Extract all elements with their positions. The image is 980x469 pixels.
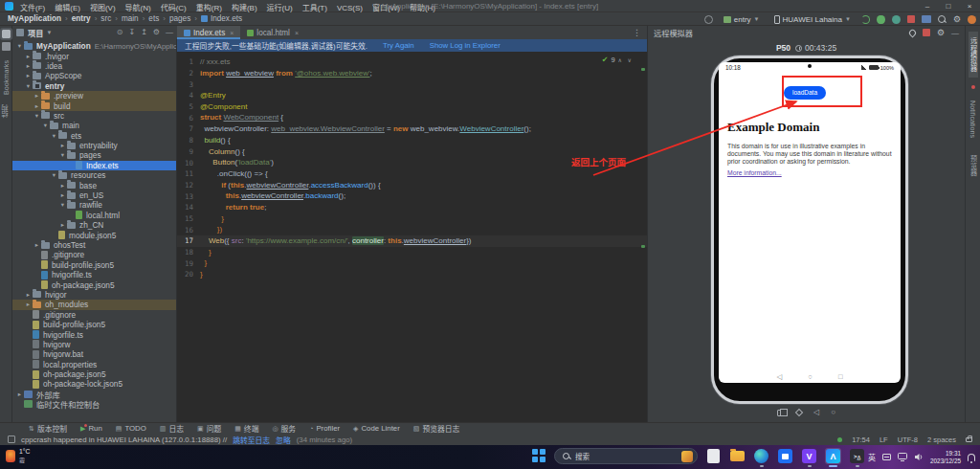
notification-bell-icon[interactable]	[968, 454, 975, 461]
close-button[interactable]: ×	[959, 0, 980, 12]
module-selector[interactable]: entry▼	[720, 14, 764, 25]
tray-overflow-chevron[interactable]: ∧	[857, 454, 861, 461]
bottom-bar-3[interactable]: ▥日志	[160, 423, 184, 434]
menu-item-7[interactable]: 运行(U)	[267, 4, 293, 12]
jump-to-log-link[interactable]: 跳转至日志	[233, 435, 270, 445]
tree-row[interactable]: ▾MyApplicationE:\HarmonyOS\MyApplication	[12, 41, 176, 51]
expand-all-icon[interactable]: ↧	[128, 28, 135, 37]
emulator-stop-button[interactable]	[923, 29, 930, 36]
taskbar-app-documents[interactable]	[705, 448, 722, 464]
ime-language-indicator[interactable]: 英	[868, 452, 876, 462]
tree-row[interactable]: .gitignore	[12, 310, 176, 320]
screenshot-icon[interactable]	[777, 410, 785, 416]
run-button[interactable]	[861, 15, 870, 24]
tree-row[interactable]: 临时文件和控制台	[12, 399, 176, 409]
tree-row[interactable]: Index.ets	[12, 161, 176, 170]
tree-row[interactable]: ▸.idea	[12, 61, 176, 71]
show-log-link[interactable]: Show Log in Explorer	[430, 41, 501, 50]
right-strip-tab-2[interactable]: 预览器	[969, 149, 978, 182]
breadcrumb-item[interactable]: main	[122, 14, 139, 23]
status-segment-0[interactable]: 17:54	[852, 436, 870, 444]
minimize-button[interactable]: –	[917, 0, 938, 12]
network-icon[interactable]	[898, 453, 907, 461]
webpage-link[interactable]: More information...	[727, 169, 782, 176]
tree-row[interactable]: ▸AppScope	[12, 71, 176, 80]
menu-item-8[interactable]: 工具(T)	[302, 4, 327, 12]
tree-chevron-icon[interactable]: ▾	[50, 171, 58, 179]
pin-icon[interactable]	[907, 28, 917, 37]
right-strip-tab-1[interactable]: Notifications	[969, 95, 977, 144]
tree-row[interactable]: build-profile.json5	[12, 320, 176, 329]
menu-item-1[interactable]: 编辑(E)	[55, 4, 80, 12]
tree-chevron-icon[interactable]: ▸	[33, 92, 41, 100]
bottom-bar-4[interactable]: ▣问题	[197, 423, 221, 434]
structure-toolwindow-tab[interactable]: 结构	[1, 104, 11, 118]
right-strip-tab-0[interactable]: 远程模拟器	[969, 32, 978, 78]
tree-chevron-icon[interactable]: ▸	[24, 53, 33, 60]
tree-row[interactable]: ▸hvigor	[12, 290, 176, 300]
tree-row[interactable]: ▸entryability	[12, 141, 176, 150]
taskbar-app-deveco[interactable]: Λ	[825, 448, 841, 464]
tree-chevron-icon[interactable]: ▾	[33, 112, 41, 120]
rotate-icon[interactable]	[795, 409, 803, 416]
menu-item-0[interactable]: 文件(F)	[20, 4, 45, 12]
tree-row[interactable]: ▾ets	[12, 131, 176, 141]
profiler-button[interactable]	[892, 15, 901, 24]
hide-panel-icon[interactable]: —	[166, 28, 173, 37]
settings-gear-icon[interactable]: ⚙	[953, 15, 961, 24]
breadcrumb-item[interactable]: Index.ets	[201, 14, 242, 23]
editor-tab-local-html[interactable]: local.html×	[240, 26, 305, 39]
breadcrumb-item[interactable]: src	[100, 14, 111, 23]
status-segment-3[interactable]: 2 spaces	[927, 436, 956, 444]
device-manager-icon[interactable]	[704, 15, 713, 24]
tree-row[interactable]: hvigorw	[12, 340, 176, 349]
tree-row[interactable]: oh-package.json5	[12, 369, 176, 379]
tree-chevron-icon[interactable]: ▸	[24, 72, 33, 79]
tree-chevron-icon[interactable]: ▾	[41, 122, 50, 129]
breadcrumb-item[interactable]: MyApplication	[8, 14, 61, 23]
tree-row[interactable]: local.properties	[12, 360, 176, 369]
bottom-bar-6[interactable]: ◎服务	[272, 423, 296, 434]
project-toolwindow-icon[interactable]	[2, 30, 11, 38]
tree-row[interactable]: ▸zh_CN	[12, 220, 176, 230]
tree-row[interactable]: ▸.hvigor	[12, 51, 176, 60]
tree-row[interactable]: hvigorw.bat	[12, 349, 176, 359]
bottom-bar-1[interactable]: ▶Run	[80, 424, 102, 433]
tree-row[interactable]: ▸.preview	[12, 91, 176, 100]
menu-item-5[interactable]: 重构(R)	[196, 4, 222, 12]
tree-row[interactable]: oh-package.json5	[12, 279, 176, 289]
home-button-icon[interactable]: ○	[831, 409, 835, 416]
tree-chevron-icon[interactable]: ▾	[15, 42, 24, 50]
menu-item-3[interactable]: 导航(N)	[125, 4, 151, 12]
chevron-down-icon[interactable]: ▼	[46, 30, 52, 35]
tree-row[interactable]: local.html	[12, 211, 176, 220]
ignore-link[interactable]: 忽略	[276, 435, 291, 445]
panel-settings-gear-icon[interactable]: ⚙	[153, 28, 160, 37]
tree-chevron-icon[interactable]: ▸	[33, 241, 41, 249]
back-button-icon[interactable]: ◁	[813, 409, 819, 416]
breadcrumb-item[interactable]: pages	[169, 14, 190, 23]
tree-row[interactable]: ▾entry	[12, 81, 176, 91]
nav-recents-icon[interactable]: □	[838, 372, 843, 381]
hide-panel-icon[interactable]: —	[951, 29, 959, 37]
menu-item-9[interactable]: VCS(S)	[337, 4, 363, 12]
tree-row[interactable]: ▸base	[12, 180, 176, 190]
menu-item-10[interactable]: 窗口(W)	[372, 4, 400, 12]
tree-row[interactable]: ▸en_US	[12, 190, 176, 200]
taskbar-app-purple[interactable]: V	[801, 448, 817, 464]
bookmarks-toolwindow-tab[interactable]: Bookmarks	[2, 60, 11, 95]
tree-chevron-icon[interactable]: ▸	[24, 301, 33, 308]
breadcrumb-item[interactable]: ets	[148, 14, 159, 23]
tab-close-icon[interactable]: ×	[230, 30, 234, 36]
tree-chevron-icon[interactable]: ▾	[50, 132, 58, 140]
bottom-bar-5[interactable]: ▦终端	[234, 423, 258, 434]
tree-row[interactable]: hvigorfile.ts	[12, 329, 176, 339]
maximize-button[interactable]: □	[938, 0, 959, 12]
tab-close-icon[interactable]: ×	[295, 30, 299, 36]
stop-button[interactable]	[907, 15, 915, 23]
status-segment-1[interactable]: LF	[880, 436, 888, 444]
tree-row[interactable]: .gitignore	[12, 250, 176, 259]
clock-widget[interactable]: 19:31 2023/12/25	[930, 450, 961, 464]
weather-widget[interactable]: 1°C 霾	[6, 448, 30, 464]
tree-row[interactable]: module.json5	[12, 230, 176, 239]
